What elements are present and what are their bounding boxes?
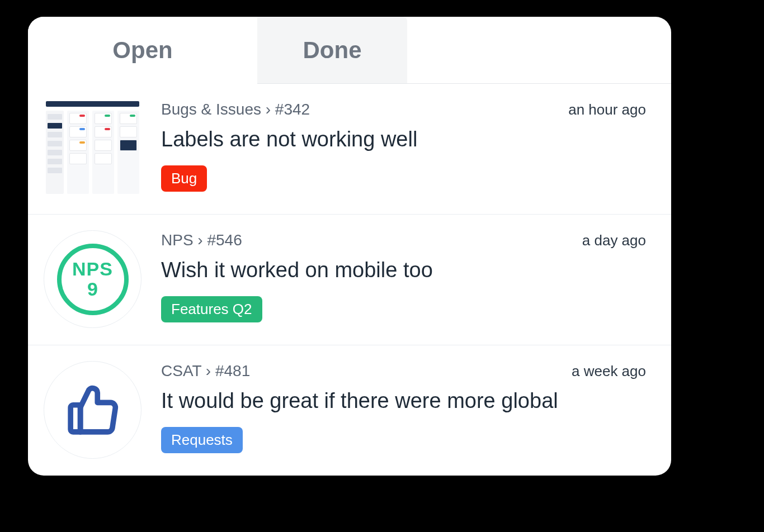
breadcrumb: NPS › #546: [161, 231, 242, 249]
list-item[interactable]: NPS 9 NPS › #546 a day ago Wish it worke…: [28, 215, 671, 345]
tab-spacer: [407, 17, 671, 84]
item-meta-row: CSAT › #481 a week ago: [161, 362, 646, 380]
tab-done[interactable]: Done: [257, 17, 407, 84]
item-thumbnail-nps: NPS 9: [44, 230, 142, 328]
item-meta-row: NPS › #546 a day ago: [161, 231, 646, 249]
item-tags: Requests: [161, 427, 646, 453]
feedback-card: Open Done: [28, 17, 671, 476]
timestamp: a day ago: [582, 232, 646, 249]
breadcrumb: CSAT › #481: [161, 362, 250, 380]
timestamp: a week ago: [572, 363, 646, 380]
screenshot-icon: [44, 99, 142, 197]
item-title: It would be great if there were more glo…: [161, 388, 646, 415]
item-body: CSAT › #481 a week ago It would be great…: [161, 361, 646, 453]
nps-label: NPS: [72, 259, 113, 279]
list-item[interactable]: CSAT › #481 a week ago It would be great…: [28, 345, 671, 476]
item-thumbnail-screenshot: [44, 99, 142, 197]
nps-score-badge-icon: NPS 9: [57, 244, 129, 315]
item-meta-row: Bugs & Issues › #342 an hour ago: [161, 101, 646, 118]
timestamp: an hour ago: [568, 101, 646, 118]
item-tags: Features Q2: [161, 296, 646, 322]
item-thumbnail-csat: [44, 361, 142, 459]
list-item[interactable]: Bugs & Issues › #342 an hour ago Labels …: [28, 84, 671, 215]
breadcrumb: Bugs & Issues › #342: [161, 101, 310, 118]
tab-open[interactable]: Open: [28, 17, 257, 84]
tabs: Open Done: [28, 17, 671, 84]
nps-score: 9: [87, 279, 98, 300]
tag-bug[interactable]: Bug: [161, 165, 207, 192]
item-body: Bugs & Issues › #342 an hour ago Labels …: [161, 99, 646, 192]
item-title: Labels are not working well: [161, 126, 646, 153]
tag-requests[interactable]: Requests: [161, 427, 243, 453]
item-body: NPS › #546 a day ago Wish it worked on m…: [161, 230, 646, 322]
thumbs-up-icon: [63, 381, 122, 439]
item-title: Wish it worked on mobile too: [161, 257, 646, 284]
tag-features-q2[interactable]: Features Q2: [161, 296, 262, 322]
item-tags: Bug: [161, 165, 646, 192]
